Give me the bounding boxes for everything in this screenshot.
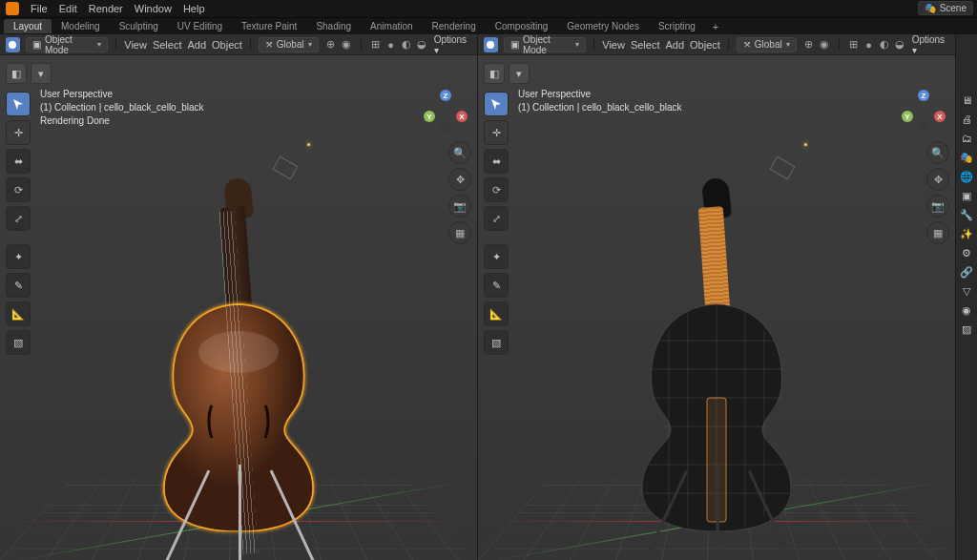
proportional-icon[interactable]: ◉	[340, 38, 353, 52]
prop-object-icon[interactable]: ▣	[958, 187, 975, 204]
menu-render[interactable]: Render	[89, 3, 123, 14]
rendered-mode-icon[interactable]: ◒	[415, 38, 428, 52]
addcube-tool[interactable]: ▧	[6, 330, 31, 355]
zoom-icon[interactable]: 🔍	[926, 141, 949, 164]
header-menu-select[interactable]: Select	[153, 39, 182, 51]
perspective-toggle-icon[interactable]: ▦	[448, 221, 471, 244]
overlay-gizmos-icon[interactable]: ◧	[484, 63, 505, 84]
prop-physics-icon[interactable]: ⚙	[958, 244, 975, 261]
cello-object-wireframe[interactable]	[621, 217, 812, 560]
prop-particle-icon[interactable]: ✨	[958, 225, 975, 242]
orientation-selector[interactable]: ⤧ Global ▾	[259, 37, 319, 52]
orientation-selector[interactable]: ⤧ Global ▾	[737, 37, 797, 52]
annotate-tool[interactable]: ✎	[484, 273, 509, 298]
prop-viewlayer-icon[interactable]: 🗂	[958, 130, 975, 147]
transform-tool[interactable]: ✦	[484, 244, 509, 269]
rotate-tool[interactable]: ⟳	[6, 177, 31, 202]
editor-type-icon[interactable]	[484, 37, 498, 52]
gizmo-y[interactable]: Y	[902, 111, 913, 122]
prop-texture-icon[interactable]: ▨	[958, 321, 975, 338]
tab-shading[interactable]: Shading	[306, 19, 361, 33]
overlay-grid-icon[interactable]: ▾	[509, 63, 530, 84]
tab-layout[interactable]: Layout	[4, 19, 52, 33]
orientation-gizmo[interactable]: Z Y X	[902, 90, 946, 134]
measure-tool[interactable]: 📐	[6, 301, 31, 326]
rotate-tool[interactable]: ⟳	[484, 177, 509, 202]
transform-tool[interactable]: ✦	[6, 244, 31, 269]
gizmo-x[interactable]: X	[934, 111, 946, 122]
solid-mode-icon[interactable]: ●	[863, 38, 876, 52]
gizmo-y[interactable]: Y	[424, 111, 435, 122]
cello-object[interactable]	[143, 217, 334, 560]
header-menu-view[interactable]: View	[124, 39, 147, 51]
move-tool[interactable]: ⬌	[6, 149, 31, 174]
matpreview-mode-icon[interactable]: ◐	[400, 38, 413, 52]
rendered-mode-icon[interactable]: ◒	[893, 38, 906, 52]
header-menu-object[interactable]: Object	[212, 39, 242, 51]
select-tool[interactable]	[6, 92, 31, 116]
snap-icon[interactable]: ⊕	[324, 38, 338, 52]
cursor-tool[interactable]: ✛	[484, 120, 509, 145]
prop-material-icon[interactable]: ◉	[958, 301, 975, 319]
header-menu-view[interactable]: View	[602, 39, 625, 51]
camera-view-icon[interactable]: 📷	[926, 195, 949, 218]
overlay-gizmos-icon[interactable]: ◧	[6, 63, 27, 84]
viewport-canvas-left[interactable]	[0, 55, 477, 560]
scale-tool[interactable]: ⤢	[6, 206, 31, 231]
tab-sculpting[interactable]: Sculpting	[110, 19, 168, 33]
overlay-grid-icon[interactable]: ▾	[31, 63, 52, 84]
menu-file[interactable]: File	[31, 3, 48, 14]
gizmo-z[interactable]: Z	[440, 90, 451, 101]
menu-window[interactable]: Window	[135, 3, 172, 14]
prop-mesh-icon[interactable]: ▽	[958, 282, 975, 300]
move-tool[interactable]: ⬌	[484, 149, 509, 174]
editor-type-icon[interactable]	[6, 37, 20, 52]
cursor-tool[interactable]: ✛	[6, 120, 31, 145]
header-menu-add[interactable]: Add	[187, 39, 206, 51]
snap-icon[interactable]: ⊕	[802, 38, 816, 52]
tab-scripting[interactable]: Scripting	[649, 19, 705, 33]
tab-rendering[interactable]: Rendering	[423, 19, 486, 33]
wireframe-mode-icon[interactable]: ⊞	[369, 38, 383, 52]
prop-scene-icon[interactable]: 🎭	[958, 149, 975, 166]
menu-edit[interactable]: Edit	[59, 3, 77, 14]
wireframe-mode-icon[interactable]: ⊞	[847, 38, 861, 52]
perspective-toggle-icon[interactable]: ▦	[926, 221, 949, 244]
annotate-tool[interactable]: ✎	[6, 273, 31, 298]
measure-tool[interactable]: 📐	[484, 301, 509, 326]
prop-output-icon[interactable]: 🖨	[958, 111, 975, 128]
tab-texpaint[interactable]: Texture Paint	[232, 19, 306, 33]
addcube-tool[interactable]: ▧	[484, 330, 509, 355]
viewport-canvas-right[interactable]	[478, 55, 955, 560]
tab-geonodes[interactable]: Geometry Nodes	[557, 19, 649, 33]
tab-modeling[interactable]: Modeling	[52, 19, 110, 33]
viewport-right[interactable]: ▣ Object Mode ▾ View Select Add Object ⤧…	[478, 34, 956, 560]
gizmo-x[interactable]: X	[456, 111, 468, 122]
viewport-options[interactable]: Options ▾	[434, 34, 471, 55]
prop-render-icon[interactable]: 🖥	[958, 92, 975, 109]
zoom-icon[interactable]: 🔍	[448, 141, 471, 164]
gizmo-z[interactable]: Z	[918, 90, 929, 101]
add-workspace-button[interactable]: +	[705, 21, 726, 32]
matpreview-mode-icon[interactable]: ◐	[878, 38, 891, 52]
tab-compositing[interactable]: Compositing	[486, 19, 558, 33]
prop-constraint-icon[interactable]: 🔗	[958, 263, 975, 280]
proportional-icon[interactable]: ◉	[818, 38, 831, 52]
scene-selector[interactable]: 🎭 Scene	[918, 1, 973, 15]
tab-animation[interactable]: Animation	[361, 19, 422, 33]
pan-icon[interactable]: ✥	[926, 168, 949, 191]
header-menu-select[interactable]: Select	[631, 39, 660, 51]
viewport-options[interactable]: Options ▾	[912, 34, 949, 55]
prop-modifier-icon[interactable]: 🔧	[958, 206, 975, 223]
viewport-left[interactable]: ▣ Object Mode ▾ View Select Add Object ⤧…	[0, 34, 478, 560]
header-menu-object[interactable]: Object	[690, 39, 720, 51]
mode-selector[interactable]: ▣ Object Mode ▾	[504, 37, 586, 52]
solid-mode-icon[interactable]: ●	[385, 38, 398, 52]
tab-uv[interactable]: UV Editing	[168, 19, 232, 33]
menu-help[interactable]: Help	[183, 3, 205, 14]
prop-world-icon[interactable]: 🌐	[958, 168, 975, 185]
scale-tool[interactable]: ⤢	[484, 206, 509, 231]
header-menu-add[interactable]: Add	[665, 39, 684, 51]
mode-selector[interactable]: ▣ Object Mode ▾	[26, 37, 108, 52]
camera-view-icon[interactable]: 📷	[448, 195, 471, 218]
